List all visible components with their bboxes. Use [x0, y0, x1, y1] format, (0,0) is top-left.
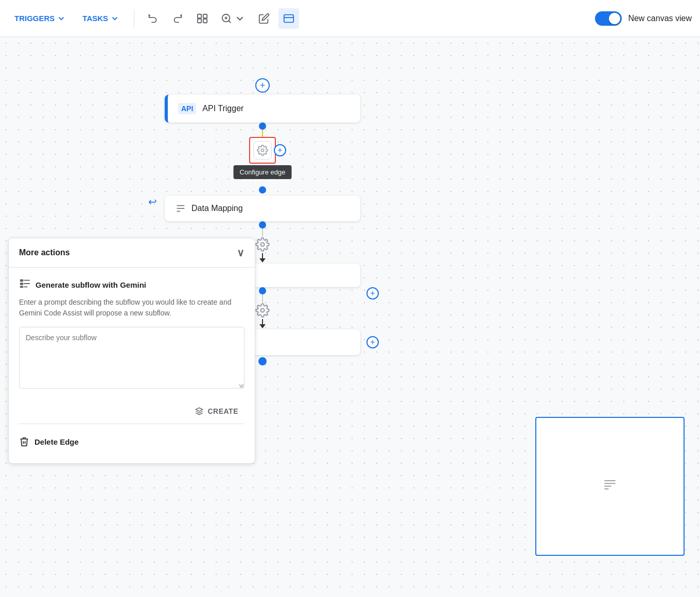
tasks-chevron-icon [110, 14, 119, 23]
tasks-label: TASKS [82, 14, 108, 23]
redo-icon [172, 13, 183, 24]
mini-canvas-preview [535, 417, 685, 556]
toolbar-divider-1 [134, 9, 134, 28]
svg-rect-14 [20, 283, 23, 285]
add-data-mapping-1-button[interactable]: + [366, 336, 379, 348]
edit-button[interactable] [254, 8, 274, 29]
data-mapping-node[interactable]: Data Mapping [165, 196, 360, 221]
add-right-button[interactable]: + [274, 144, 286, 156]
triggers-label: TRIGGERS [14, 14, 55, 23]
connector-line-3 [262, 294, 263, 303]
edge-configure-wrapper: Configure edge + [249, 137, 276, 194]
new-canvas-toggle-container: ✓ New canvas view [595, 11, 692, 26]
toggle-thumb [609, 13, 620, 24]
mini-canvas-icon [602, 477, 618, 497]
more-actions-header: More actions ∨ [9, 238, 255, 268]
resize-indicator: ⤡ [238, 382, 243, 390]
api-trigger-node[interactable]: API API Trigger [165, 95, 360, 122]
svg-rect-8 [284, 14, 293, 22]
subflow-textarea[interactable] [19, 327, 244, 389]
delete-edge-label: Delete Edge [34, 437, 79, 446]
create-button[interactable]: CREATE [189, 403, 244, 419]
svg-rect-1 [203, 14, 207, 17]
layout-button[interactable] [192, 8, 213, 29]
back-arrow-icon: ↩ [148, 196, 157, 208]
redo-button[interactable] [167, 8, 188, 29]
edit-icon [258, 13, 270, 24]
more-actions-panel: More actions ∨ Generate subflow with Gem… [8, 238, 255, 464]
edge-configure-box[interactable]: Configure edge + [249, 137, 276, 164]
create-label: CREATE [207, 407, 238, 415]
bottom-gear-icon [255, 303, 270, 318]
triggers-button[interactable]: TRIGGERS [8, 11, 72, 26]
connector-dot-4 [259, 287, 266, 294]
canvas-icon [283, 13, 294, 24]
gemini-description: Enter a prompt describing the subflow yo… [19, 297, 244, 319]
trash-icon [19, 436, 29, 447]
middle-gear-icon [255, 237, 270, 252]
svg-rect-2 [198, 19, 201, 22]
svg-rect-13 [20, 279, 23, 282]
canvas-view-button[interactable] [278, 8, 299, 29]
more-actions-title: More actions [19, 248, 70, 257]
gemini-title-text: Generate subflow with Gemini [36, 280, 146, 289]
undo-button[interactable] [143, 8, 163, 29]
tasks-button[interactable]: TASKS [76, 11, 126, 26]
gemini-icon [19, 278, 30, 292]
connector-dot-3 [259, 221, 266, 229]
gemini-title-row: Generate subflow with Gemini [19, 278, 244, 292]
arrow-line [262, 253, 263, 258]
toolbar: TRIGGERS TASKS ✓ [0, 0, 700, 37]
data-mapping-title: Data Mapping [191, 204, 243, 213]
connector-line-2 [262, 229, 263, 237]
connector-dot-1 [259, 122, 266, 130]
new-canvas-label: New canvas view [628, 14, 692, 23]
create-icon [195, 407, 203, 415]
new-canvas-toggle[interactable]: ✓ [595, 11, 622, 26]
connector-line-orange-1 [262, 130, 263, 137]
svg-rect-3 [203, 19, 207, 22]
api-trigger-title: API Trigger [202, 104, 243, 113]
more-actions-chevron-icon[interactable]: ∨ [237, 247, 244, 259]
canvas-area[interactable]: + API API Trigger Configure edge [0, 37, 700, 597]
more-actions-content: Generate subflow with Gemini Enter a pro… [9, 268, 255, 463]
svg-point-12 [261, 309, 265, 312]
triggers-chevron-icon [57, 14, 66, 23]
delete-edge-row[interactable]: Delete Edge [19, 430, 244, 453]
zoom-icon [221, 13, 232, 24]
layout-icon [197, 13, 208, 24]
gemini-section: Generate subflow with Gemini Enter a pro… [19, 278, 244, 391]
svg-point-11 [261, 243, 265, 247]
undo-icon [147, 13, 159, 24]
arrow-head [259, 258, 266, 262]
add-top-button[interactable]: + [255, 78, 270, 93]
svg-line-5 [229, 21, 231, 23]
zoom-button[interactable] [217, 8, 250, 29]
connector-dot-2 [259, 186, 266, 194]
gear-configure-icon [253, 141, 272, 160]
data-mapping-icon [175, 203, 186, 214]
api-badge: API [178, 103, 196, 114]
connector-dot-final [258, 357, 267, 365]
toggle-track: ✓ [595, 11, 622, 26]
svg-rect-15 [20, 286, 23, 288]
svg-point-10 [261, 149, 264, 152]
add-connectors-button[interactable]: + [366, 287, 379, 300]
create-btn-row: CREATE [19, 399, 244, 424]
configure-edge-tooltip: Configure edge [234, 165, 292, 179]
svg-rect-0 [198, 14, 201, 17]
zoom-chevron-icon [234, 13, 246, 24]
